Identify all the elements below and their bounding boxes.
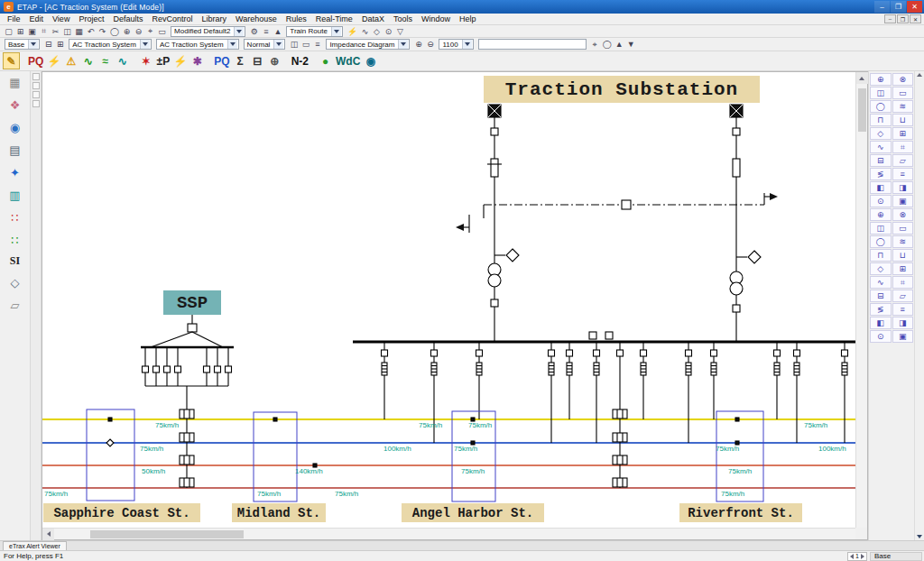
wdc-icon[interactable]: WdC: [334, 52, 362, 69]
scroll-up-icon[interactable]: [856, 72, 868, 84]
station-label-angel-harbor[interactable]: Angel Harbor St.: [402, 503, 544, 522]
scroll-left-icon[interactable]: [42, 529, 54, 540]
panel-view-icon[interactable]: ▥: [6, 187, 24, 203]
horizontal-scroll-thumb[interactable]: [90, 530, 244, 538]
down-arrow-icon[interactable]: ▼: [625, 39, 637, 50]
settings-gear-icon[interactable]: ⚙: [248, 26, 260, 37]
transient-icon[interactable]: ∿: [114, 52, 131, 69]
page-next-icon[interactable]: [861, 554, 864, 559]
star-view-icon[interactable]: ✦: [6, 164, 24, 180]
mdi-close-button[interactable]: ✕: [910, 14, 921, 23]
component-palette-icon[interactable]: ⊔: [892, 249, 914, 262]
scroll-down-icon[interactable]: [917, 535, 922, 538]
component-palette-icon[interactable]: ◇: [870, 262, 892, 275]
dock-icon[interactable]: [32, 100, 40, 107]
alarm-dots-icon[interactable]: ∷: [6, 209, 24, 225]
menu-revcontrol[interactable]: RevControl: [147, 14, 197, 23]
collapse-icon[interactable]: ⊟: [42, 39, 54, 50]
menu-library[interactable]: Library: [197, 14, 231, 23]
component-palette-icon[interactable]: ▭: [892, 222, 914, 235]
layers-icon[interactable]: ▤: [6, 142, 24, 158]
scroll-up-icon[interactable]: [917, 73, 922, 77]
component-palette-icon[interactable]: ◧: [870, 317, 892, 329]
component-palette-icon[interactable]: ⊗: [892, 208, 914, 221]
maximize-button[interactable]: ❐: [891, 1, 906, 13]
dock-icon[interactable]: [32, 82, 40, 89]
si-units-label[interactable]: SI: [10, 254, 20, 268]
zoom-fit-icon[interactable]: ▭: [156, 26, 168, 37]
undo-icon[interactable]: ↶: [85, 26, 97, 37]
expand-icon[interactable]: ⊞: [54, 39, 66, 50]
component-palette-icon[interactable]: ⊕: [870, 73, 892, 86]
component-palette-icon[interactable]: ◧: [870, 181, 892, 194]
config-combo[interactable]: Normal: [244, 39, 286, 50]
component-palette-icon[interactable]: ∿: [870, 141, 892, 153]
menu-tools[interactable]: Tools: [389, 14, 417, 23]
paste-icon[interactable]: ▦: [73, 26, 85, 37]
globe-icon[interactable]: ◉: [6, 119, 24, 135]
zoom-in-icon[interactable]: ⊕: [121, 26, 133, 37]
component-palette-icon[interactable]: ◫: [870, 87, 892, 99]
palette-scrollbar[interactable]: [914, 71, 924, 540]
zoom-combo[interactable]: 1100: [439, 39, 473, 50]
component-palette-icon[interactable]: ≡: [892, 168, 914, 180]
component-palette-icon[interactable]: ≋: [892, 100, 914, 113]
mdi-restore-button[interactable]: ❐: [897, 14, 909, 23]
menu-warehouse[interactable]: Warehouse: [231, 14, 282, 23]
menu-datax[interactable]: DataX: [357, 14, 389, 23]
hierarchy-icon[interactable]: ▲: [272, 26, 283, 37]
page-prev-icon[interactable]: [850, 554, 854, 559]
edit-mode-pencil-icon[interactable]: ✎: [3, 52, 20, 69]
component-palette-icon[interactable]: ▣: [892, 195, 914, 207]
component-palette-icon[interactable]: ◯: [870, 235, 892, 248]
study-view-combo[interactable]: Train Route: [286, 26, 343, 37]
component-palette-icon[interactable]: ◇: [870, 127, 892, 140]
zoom-window-icon[interactable]: ◯: [108, 26, 121, 37]
vertical-scrollbar[interactable]: [855, 72, 867, 528]
component-palette-icon[interactable]: ⊓: [870, 114, 892, 126]
menu-edit[interactable]: Edit: [25, 14, 49, 23]
component-palette-icon[interactable]: ⊗: [892, 73, 914, 86]
component-palette-icon[interactable]: ⊟: [870, 154, 892, 167]
component-palette-icon[interactable]: ◫: [870, 222, 892, 235]
circle-tool-icon[interactable]: ◯: [601, 39, 614, 50]
tab-etrax-alert-viewer[interactable]: eTrax Alert Viewer: [3, 541, 67, 550]
redo-icon[interactable]: ↷: [97, 26, 108, 37]
menu-rules[interactable]: Rules: [282, 14, 311, 23]
battery-sizing-icon[interactable]: ⊟: [249, 52, 266, 69]
zoom-out-icon[interactable]: ⊖: [133, 26, 144, 37]
substation-title[interactable]: Traction Substation: [484, 76, 760, 103]
open-project-icon[interactable]: ⊞: [14, 26, 26, 37]
crosshair-icon[interactable]: ⌖: [589, 39, 601, 50]
emtp-icon[interactable]: ●: [317, 52, 334, 69]
sum-study-icon[interactable]: Σ: [232, 52, 249, 69]
station-label-riverfront[interactable]: Riverfront St.: [679, 503, 802, 522]
component-palette-icon[interactable]: ⊞: [892, 127, 914, 140]
ssp-label[interactable]: SSP: [163, 290, 221, 315]
vertical-scroll-thumb[interactable]: [858, 88, 866, 132]
pan-icon[interactable]: ⌖: [144, 26, 156, 37]
page-pager[interactable]: 1: [847, 552, 867, 561]
filter-input[interactable]: [478, 39, 587, 50]
layers-list-icon[interactable]: ≡: [311, 39, 323, 50]
menu-file[interactable]: File: [3, 14, 25, 23]
station-label-sapphire-coast[interactable]: Sapphire Coast St.: [43, 503, 200, 522]
system-combo-1[interactable]: AC Traction System: [69, 39, 152, 50]
frequency-scan-icon[interactable]: ≈: [97, 52, 114, 69]
arc-flash-icon[interactable]: ⚡: [171, 52, 189, 69]
dock-icon[interactable]: [32, 73, 40, 80]
list-icon[interactable]: ≡: [260, 26, 272, 37]
doc-view-icon[interactable]: ▱: [6, 297, 24, 313]
cut-icon[interactable]: ✂: [50, 26, 61, 37]
component-palette-icon[interactable]: ⊕: [870, 208, 892, 221]
system-manager-icon[interactable]: ▦: [6, 74, 24, 90]
print-icon[interactable]: ⌗: [38, 26, 50, 37]
optimal-power-flow-icon[interactable]: ±P: [154, 52, 171, 69]
star-protection-icon[interactable]: ✶: [137, 52, 154, 69]
bolt-icon[interactable]: ⚡: [346, 26, 359, 37]
short-circuit-icon[interactable]: ⚡: [45, 52, 62, 69]
component-palette-icon[interactable]: ⊓: [870, 249, 892, 262]
station-label-midland[interactable]: Midland St.: [232, 503, 326, 522]
new-project-icon[interactable]: ▢: [3, 26, 14, 37]
menu-window[interactable]: Window: [417, 14, 455, 23]
